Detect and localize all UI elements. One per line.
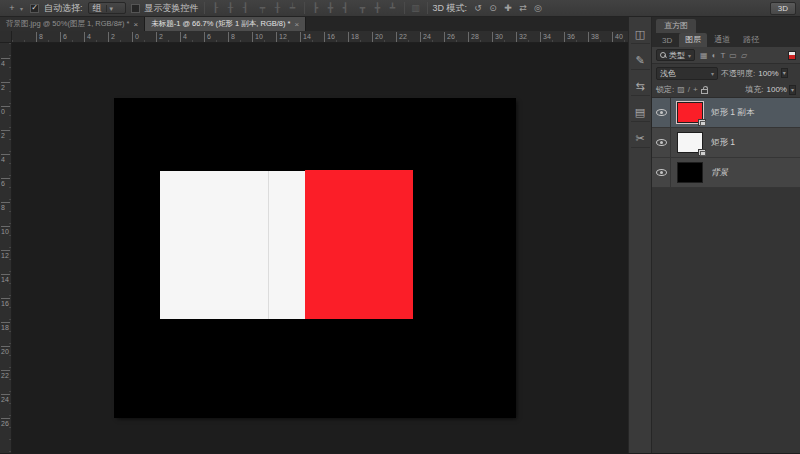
tools-panel-icon[interactable]: ✂: [631, 129, 650, 148]
ruler-number: 22: [1, 370, 10, 394]
layer-row-rectangle-1-copy[interactable]: 矩形 1 副本: [652, 98, 800, 128]
document-tab-background-jpg[interactable]: 背景图.jpg @ 50%(图层 1, RGB/8#) * ×: [0, 17, 145, 31]
distribute-vertical-icon[interactable]: ╋: [372, 3, 384, 14]
document-tab-untitled-1[interactable]: 未标题-1 @ 66.7% (矩形 1 副本, RGB/8) * ×: [145, 17, 306, 31]
distribute-left-icon[interactable]: ┣: [310, 3, 322, 14]
ruler-number: 8: [228, 32, 252, 43]
horizontal-ruler[interactable]: 8642024681012141618202224262830323436384…: [12, 31, 628, 43]
styles-panel-icon[interactable]: ✎: [631, 51, 650, 70]
fill-label: 填充:: [745, 84, 763, 95]
adjustments-panel-icon[interactable]: ◫: [631, 25, 650, 44]
ruler-number: 2: [108, 32, 132, 43]
layer-row-background[interactable]: 背景: [652, 158, 800, 188]
show-transform-label: 显示变换控件: [145, 2, 199, 15]
align-top-edges-icon[interactable]: ┯: [257, 3, 269, 14]
fill-value: 100%: [767, 85, 787, 94]
align-bottom-edges-icon[interactable]: ┷: [287, 3, 299, 14]
3d-roll-icon[interactable]: ⊙: [487, 3, 499, 14]
ruler-number: 26: [1, 418, 10, 442]
divider: [427, 2, 428, 14]
filter-toggle-icon[interactable]: [788, 51, 796, 60]
collapsed-panels-dock: ◫ ✎ ⇆ ▤ ✂: [628, 17, 652, 453]
chevron-down-icon: ▾: [789, 85, 796, 95]
divider: [204, 2, 205, 14]
panel-tabs: 3D 图层 通道 路径: [652, 33, 800, 47]
tab-histogram[interactable]: 直方图: [656, 19, 696, 33]
align-right-edges-icon[interactable]: ┨: [240, 3, 252, 14]
filter-pixel-layers-icon[interactable]: ▦: [700, 51, 708, 60]
workspace-switcher-button[interactable]: 3D: [770, 2, 796, 15]
ruler-origin-corner[interactable]: [0, 31, 12, 43]
ruler-number: 10: [1, 226, 10, 250]
auto-select-target-dropdown[interactable]: 组 ▾: [88, 2, 126, 14]
auto-align-layers-icon[interactable]: ▥: [410, 3, 422, 14]
3d-scale-icon[interactable]: ◎: [532, 3, 544, 14]
distribute-bottom-icon[interactable]: ┻: [387, 3, 399, 14]
eye-icon: [656, 169, 667, 176]
tab-paths[interactable]: 路径: [737, 33, 765, 47]
ruler-number: 22: [396, 32, 420, 43]
close-icon[interactable]: ×: [294, 20, 299, 29]
align-horizontal-centers-icon[interactable]: ╂: [225, 3, 237, 14]
filter-shape-layers-icon[interactable]: ▭: [729, 51, 737, 60]
opacity-field[interactable]: 100% ▾: [758, 68, 787, 78]
lock-all-icon[interactable]: [701, 89, 708, 94]
ruler-number: 8: [1, 202, 10, 226]
ruler-number: 16: [1, 298, 10, 322]
filter-kind-label: 类型: [669, 50, 685, 61]
tab-3d[interactable]: 3D: [656, 35, 678, 47]
layer-row-rectangle-1[interactable]: 矩形 1: [652, 128, 800, 158]
layers-panel: 直方图 3D 图层 通道 路径 类型 ▾ ▦ ◐ T ▭ ▱: [652, 17, 800, 453]
layer-filter-row: 类型 ▾ ▦ ◐ T ▭ ▱: [652, 47, 800, 64]
auto-select-checkbox[interactable]: ✓: [30, 4, 39, 13]
eye-icon: [656, 109, 667, 116]
chevron-down-icon: ▾: [781, 68, 788, 78]
ruler-number: 4: [1, 58, 10, 82]
close-icon[interactable]: ×: [133, 20, 138, 29]
canvas-pasteboard: [12, 43, 628, 453]
lock-position-icon[interactable]: +: [693, 85, 698, 94]
visibility-toggle[interactable]: [652, 128, 671, 157]
vertical-ruler[interactable]: 4202468101214161820222426: [0, 43, 12, 453]
document-canvas[interactable]: [115, 99, 515, 417]
align-vertical-centers-icon[interactable]: ╂: [272, 3, 284, 14]
3d-rotate-icon[interactable]: ↺: [472, 3, 484, 14]
tool-preset-picker[interactable]: + ▾: [4, 2, 25, 15]
info-panel-icon[interactable]: ▤: [631, 103, 650, 122]
distribute-horizontal-icon[interactable]: ╋: [325, 3, 337, 14]
shape-layer-badge-icon: [698, 149, 706, 156]
ruler-number: 4: [84, 32, 108, 43]
chevron-down-icon: ▾: [106, 5, 114, 12]
3d-drag-icon[interactable]: ✚: [502, 3, 514, 14]
lock-transparent-pixels-icon[interactable]: ▨: [677, 85, 685, 94]
fill-field[interactable]: 100% ▾: [767, 85, 796, 95]
distribute-right-icon[interactable]: ┫: [340, 3, 352, 14]
visibility-toggle[interactable]: [652, 98, 671, 127]
red-rectangle-shape: [305, 170, 413, 319]
align-left-edges-icon[interactable]: ┠: [210, 3, 222, 14]
filter-type-layers-icon[interactable]: T: [720, 51, 725, 60]
ruler-number: 20: [372, 32, 396, 43]
filter-adjustment-layers-icon[interactable]: ◐: [712, 51, 717, 60]
visibility-toggle[interactable]: [652, 158, 671, 187]
3d-mode-label: 3D 模式:: [433, 2, 468, 15]
ruler-number: 24: [420, 32, 444, 43]
tab-channels[interactable]: 通道: [708, 33, 736, 47]
filter-smart-objects-icon[interactable]: ▱: [741, 51, 747, 60]
document-tab-title: 未标题-1 @ 66.7% (矩形 1 副本, RGB/8) *: [151, 19, 290, 29]
blend-mode-dropdown[interactable]: 浅色 ▾: [656, 67, 718, 80]
opacity-value: 100%: [758, 69, 778, 78]
tab-layers[interactable]: 图层: [679, 33, 707, 47]
layer-thumbnail: [677, 162, 703, 183]
lock-image-pixels-icon[interactable]: /: [688, 85, 690, 94]
show-transform-checkbox[interactable]: [131, 4, 140, 13]
ruler-number: 38: [588, 32, 612, 43]
distribute-top-icon[interactable]: ┳: [357, 3, 369, 14]
filter-kind-dropdown[interactable]: 类型 ▾: [656, 49, 695, 61]
3d-slide-icon[interactable]: ⇄: [517, 3, 529, 14]
ruler-number: 20: [1, 346, 10, 370]
divider: [304, 2, 305, 14]
lock-row: 锁定: ▨ / + 填充: 100% ▾: [652, 82, 800, 98]
swap-panel-icon[interactable]: ⇆: [631, 77, 650, 96]
lock-label: 锁定:: [656, 84, 674, 95]
